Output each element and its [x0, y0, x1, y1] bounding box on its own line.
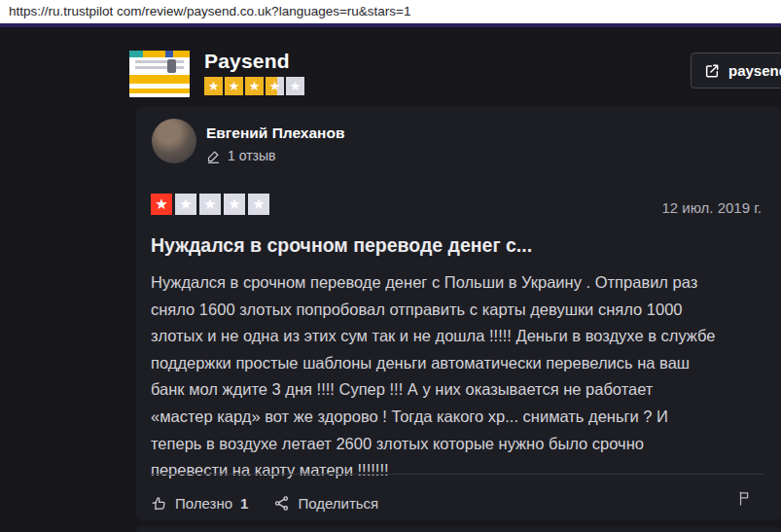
useful-label: Полезно	[175, 495, 232, 512]
logo-decor-band	[129, 75, 190, 84]
logo-decor-topbar	[129, 51, 190, 57]
visit-website-button[interactable]: paysend.	[691, 53, 781, 89]
useful-button[interactable]: Полезно 1	[151, 495, 248, 512]
reviewer-name[interactable]: Евгений Плеханов	[206, 124, 344, 142]
review-count-label: 1 отзыв	[228, 148, 276, 163]
company-logo[interactable]	[129, 51, 190, 97]
reviewer-review-count[interactable]: 1 отзыв	[206, 148, 276, 163]
review-card: Евгений Плеханов 1 отзыв ★★★★★ 12 июл. 2…	[136, 107, 781, 520]
pencil-icon	[206, 149, 221, 163]
review-star-rating: ★★★★★	[151, 194, 269, 215]
star-icon: ★	[204, 77, 223, 95]
review-actions: Полезно 1 Поделиться	[151, 488, 378, 517]
star-icon: ★	[225, 77, 243, 95]
star-icon: ★	[245, 77, 264, 95]
company-header: Paysend ★★★★★ paysend.	[0, 27, 781, 107]
logo-decor-line	[135, 60, 184, 63]
star-icon: ★	[224, 194, 245, 215]
share-icon	[273, 495, 290, 512]
star-icon: ★	[151, 194, 172, 215]
review-date: 12 июл. 2019 г.	[661, 199, 762, 216]
share-button[interactable]: Поделиться	[273, 495, 378, 512]
useful-count: 1	[240, 495, 248, 512]
logo-decor-figure	[167, 59, 176, 73]
company-star-rating: ★★★★★	[204, 77, 304, 95]
avatar[interactable]	[152, 119, 196, 163]
company-name: Paysend	[204, 50, 290, 73]
star-icon: ★	[286, 77, 304, 95]
external-link-icon	[704, 63, 720, 79]
star-icon: ★	[199, 194, 221, 215]
star-icon: ★	[248, 194, 269, 215]
star-icon: ★	[266, 77, 284, 95]
star-icon: ★	[175, 194, 196, 215]
website-button-label: paysend.	[728, 62, 781, 79]
share-label: Поделиться	[298, 495, 378, 512]
report-flag-button[interactable]	[737, 490, 754, 507]
footer-divider	[151, 474, 763, 475]
next-review-card-edge	[136, 526, 781, 532]
review-body: Нуждался в срочном переводе денег с Поль…	[151, 269, 773, 484]
thumbs-up-icon	[151, 495, 167, 512]
flag-icon	[737, 490, 754, 507]
logo-decor-line	[135, 66, 184, 69]
review-title[interactable]: Нуждался в срочном переводе денег с...	[151, 234, 532, 257]
logo-decor-band	[129, 89, 190, 93]
browser-address-bar[interactable]: https://ru.trustpilot com/review/paysend…	[0, 0, 781, 23]
